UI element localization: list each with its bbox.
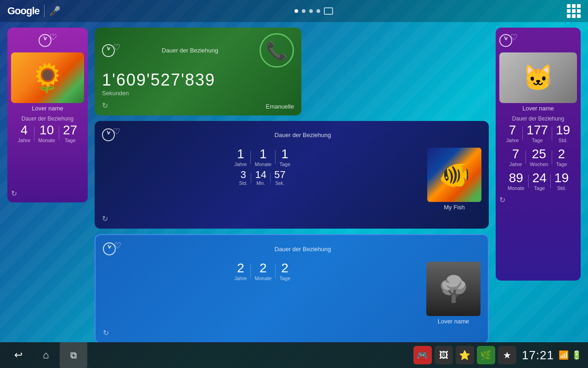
- stat-days-5-3: 24 Tage: [529, 172, 550, 191]
- page-dot-2[interactable]: [302, 9, 305, 13]
- page-dot-1[interactable]: [294, 9, 298, 13]
- heart-icon-2: ♡: [113, 42, 120, 52]
- bottom-bar: ↩ ⌂ ⧉ 🎮 🖼 ⭐ 🌿 ★ 17:21 📶 🔋: [0, 342, 588, 368]
- stat-days-3: 1 Tage: [276, 148, 294, 167]
- refresh-icon-1[interactable]: ↻: [11, 189, 17, 198]
- stats-row-5-1: 7 Jahre 177 Tage 19 Std.: [499, 124, 577, 143]
- top-bar-left: Google 🎤: [7, 5, 61, 17]
- app-icon-star2[interactable]: ★: [498, 346, 516, 364]
- refresh-icon-4[interactable]: ↻: [103, 328, 109, 337]
- star-icon-2: ★: [503, 350, 511, 361]
- widget-relationship-1: ♡ Lover name Dauer der Beziehung 4 Jahre…: [7, 28, 88, 202]
- fish-image: [427, 148, 481, 202]
- refresh-bottom-3: ↻: [102, 214, 481, 223]
- stat-days-4: 2 Tage: [276, 262, 294, 281]
- google-logo: Google: [7, 5, 40, 17]
- grid-dot: [577, 4, 581, 8]
- stat-months-4: 2 Monate: [251, 262, 275, 281]
- apps-grid-icon[interactable]: [567, 4, 581, 18]
- stat-hours-5-1: 19 Std.: [552, 124, 574, 143]
- stats-row-3-bottom: 3 Std. 14 Min. 57 Sek.: [102, 170, 423, 186]
- center-widgets: ♡ Dauer der Beziehung 📞 1'609'527'839 Se…: [95, 28, 489, 344]
- stat-years-1: 4 Jahre: [14, 124, 34, 143]
- stat-days-1: 27 Tage: [59, 124, 81, 143]
- home-icon: ⌂: [43, 349, 49, 361]
- stat-weeks-5-2: 25 Wochen: [526, 148, 552, 167]
- relationship-label-5: Dauer der Beziehung: [499, 115, 577, 122]
- app-icon-green[interactable]: 🌿: [477, 346, 495, 364]
- grid-dot: [567, 9, 571, 13]
- back-button[interactable]: ↩: [5, 342, 32, 368]
- wifi-icon: 📶: [559, 350, 569, 360]
- clock-heart-icon-3: ♡: [102, 126, 120, 143]
- page-rect-indicator[interactable]: [324, 7, 333, 15]
- widget-relationship-5: ♡ Lover name Dauer der Beziehung 7 Jahre…: [496, 28, 581, 281]
- mic-icon[interactable]: 🎤: [49, 6, 61, 17]
- widget-content-4: 2 Jahre 2 Monate 2 Tage: [103, 262, 481, 325]
- top-bar-right: [567, 4, 581, 18]
- widget-header-5: ♡: [499, 32, 577, 49]
- top-bar: Google 🎤: [0, 0, 588, 22]
- stat-months-1: 10 Monate: [34, 124, 59, 143]
- stat-days-5-1: 177 Tage: [523, 124, 552, 143]
- page-dot-3[interactable]: [309, 9, 313, 13]
- widget-image-1: [11, 52, 84, 103]
- widget-numbers-3: 1 Jahre 1 Monate 1 Tage: [102, 148, 423, 186]
- phone-circle: 📞: [260, 33, 294, 68]
- stat-seconds-3: 57 Sek.: [271, 170, 289, 186]
- home-button[interactable]: ⌂: [32, 342, 60, 368]
- widget-relationship-4: ♡ Dauer der Beziehung 2 Jahre 2 Monate: [95, 234, 489, 344]
- widget-header-1: ♡: [39, 32, 57, 49]
- stat-hours-3: 3 Std.: [236, 170, 251, 186]
- clock-heart-icon-4: ♡: [103, 241, 121, 257]
- widget-title-2: Dauer der Beziehung: [124, 47, 256, 54]
- stat-years-5-2: 7 Jahre: [506, 148, 526, 167]
- recent-apps-button[interactable]: ⧉: [60, 342, 87, 368]
- stat-years-5-1: 7 Jahre: [503, 124, 523, 143]
- stat-days-5-2: 2 Tage: [552, 148, 571, 167]
- widget-numbers-4: 2 Jahre 2 Monate 2 Tage: [103, 262, 422, 281]
- stats-row-5-3: 89 Monate 24 Tage 19 Std.: [499, 172, 577, 191]
- heart-icon-4: ♡: [114, 241, 121, 251]
- grid-dot: [577, 14, 581, 18]
- phone-icon[interactable]: 📞: [266, 40, 288, 61]
- lover-name-1: Lover name: [32, 105, 63, 112]
- page-dot-4[interactable]: [317, 9, 320, 13]
- widget-relationship-2: ♡ Dauer der Beziehung 📞 1'609'527'839 Se…: [95, 28, 301, 115]
- stat-years-4: 2 Jahre: [231, 262, 251, 281]
- widget-image-5: [499, 52, 577, 103]
- sunflower-image: [11, 52, 84, 103]
- refresh-icon-3[interactable]: ↻: [102, 214, 108, 223]
- cat-image: [499, 52, 577, 103]
- bottom-left-nav: ↩ ⌂ ⧉: [0, 342, 87, 368]
- stat-months-3: 1 Monate: [251, 148, 275, 167]
- widgets-container: ♡ Lover name Dauer der Beziehung 4 Jahre…: [0, 22, 588, 342]
- divider: [44, 5, 45, 17]
- stat-months-5-3: 89 Monate: [504, 172, 528, 191]
- tree-image: [426, 262, 481, 316]
- stats-row-4: 2 Jahre 2 Monate 2 Tage: [103, 262, 422, 281]
- battery-icon: 🔋: [571, 350, 582, 360]
- time-display: 17:21: [522, 348, 554, 362]
- stats-row-5-2: 7 Jahre 25 Wochen 2 Tage: [499, 148, 577, 167]
- recent-icon: ⧉: [70, 350, 77, 361]
- widget-content-3: 1 Jahre 1 Monate 1 Tage: [102, 148, 481, 211]
- grid-dot: [572, 9, 576, 13]
- app-icon-game[interactable]: 🎮: [413, 346, 432, 364]
- big-number-display: 1'609'527'839: [102, 70, 215, 90]
- stat-hours-5-3: 19 Std.: [551, 172, 572, 191]
- refresh-bottom-4: ↻: [103, 328, 481, 337]
- widget-relationship-3: ♡ Dauer der Beziehung 1 Jahre 1 Monate: [95, 121, 489, 229]
- back-icon: ↩: [14, 349, 23, 361]
- gallery-icon: 🖼: [439, 350, 448, 361]
- game-icon: 🎮: [417, 350, 428, 361]
- lover-name-3: My Fish: [444, 204, 465, 211]
- lover-name-5: Lover name: [499, 105, 577, 112]
- app-icon-gallery[interactable]: 🖼: [435, 346, 453, 364]
- app-icon-star1[interactable]: ⭐: [456, 346, 474, 364]
- grid-dot: [572, 4, 576, 8]
- relationship-label-1: Dauer der Beziehung: [22, 115, 74, 122]
- refresh-icon-5[interactable]: ↻: [499, 196, 505, 204]
- refresh-icon-2[interactable]: ↻: [102, 101, 108, 110]
- bottom-right-nav: 🎮 🖼 ⭐ 🌿 ★ 17:21 📶 🔋: [413, 346, 588, 364]
